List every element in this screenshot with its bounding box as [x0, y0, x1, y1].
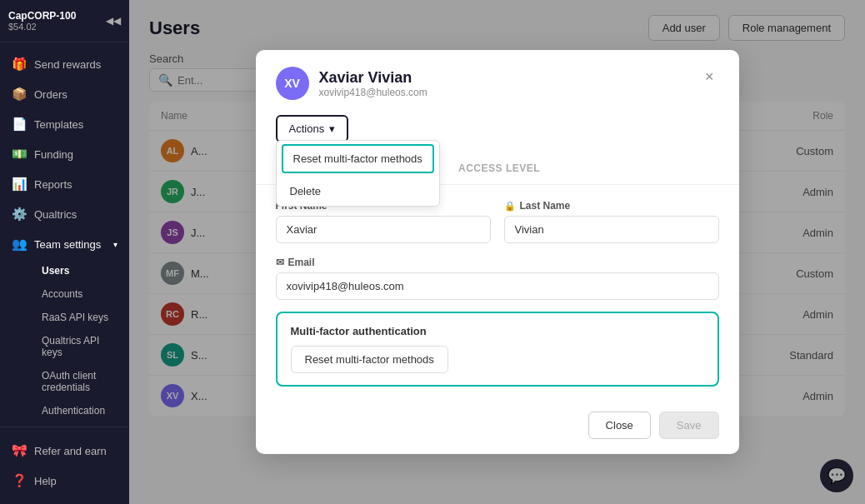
- modal-footer: Close Save: [256, 402, 739, 454]
- company-name: CapCORP-100: [8, 10, 76, 22]
- company-price: $54.02: [8, 22, 76, 32]
- help-icon: ❓: [12, 473, 28, 488]
- sidebar-item-label: Funding: [34, 148, 73, 161]
- email-label: ✉ Email: [276, 257, 719, 268]
- sidebar-item-funding[interactable]: 💵 Funding: [0, 139, 129, 169]
- sidebar-item-help[interactable]: ❓ Help: [0, 466, 129, 496]
- modal-footer-close-button[interactable]: Close: [588, 412, 651, 439]
- chevron-down-icon: ▾: [329, 122, 335, 135]
- sidebar-item-label: Help: [34, 475, 57, 487]
- company-logo: CapCORP-100 $54.02: [8, 10, 76, 32]
- actions-label: Actions: [289, 122, 325, 135]
- sidebar-item-label: Send rewards: [34, 58, 101, 71]
- sidebar-item-label: Refer and earn: [34, 445, 107, 457]
- last-name-label: 🔒 Last Name: [504, 200, 719, 212]
- actions-button[interactable]: Actions ▾: [276, 115, 349, 142]
- sidebar-sub-item-oauth[interactable]: OAuth client credentials: [30, 364, 129, 399]
- sidebar-item-team-settings[interactable]: 👥 Team settings ▾: [0, 229, 129, 259]
- sidebar-item-qualtrics[interactable]: ⚙️ Qualtrics: [0, 199, 129, 229]
- actions-dropdown: Reset multi-factor methods Delete: [276, 140, 440, 207]
- sidebar-sub-item-qualtrics-api-keys[interactable]: Qualtrics API keys: [30, 329, 129, 364]
- modal-user-email: xovivip418@huleos.com: [319, 87, 428, 98]
- email-icon: ✉: [276, 257, 284, 268]
- user-modal: XV Xaviar Vivian xovivip418@huleos.com ×…: [256, 50, 739, 454]
- sidebar-item-label: Team settings: [34, 238, 101, 251]
- sidebar-item-refer-earn[interactable]: 🎀 Refer and earn: [0, 436, 129, 466]
- sidebar-sub-item-authentication[interactable]: Authentication: [30, 399, 129, 422]
- sidebar-header: CapCORP-100 $54.02 ◀◀: [0, 0, 129, 42]
- dropdown-item-reset-mfa[interactable]: Reset multi-factor methods: [282, 144, 434, 173]
- email-input[interactable]: [276, 272, 719, 300]
- modal-user-info: XV Xaviar Vivian xovivip418@huleos.com: [276, 67, 428, 100]
- actions-area: Actions ▾ Reset multi-factor methods Del…: [256, 108, 739, 142]
- funding-icon: 💵: [12, 147, 28, 162]
- sidebar-item-orders[interactable]: 📦 Orders: [0, 79, 129, 109]
- sidebar-item-label: Templates: [34, 118, 83, 131]
- reports-icon: 📊: [12, 177, 28, 192]
- refer-earn-icon: 🎀: [12, 443, 28, 458]
- gift-icon: 🎁: [12, 57, 28, 72]
- reset-mfa-button[interactable]: Reset multi-factor methods: [291, 346, 448, 373]
- main-content: Users Add user Role management Search 🔍 …: [129, 0, 865, 504]
- orders-icon: 📦: [12, 87, 28, 102]
- modal-header: XV Xaviar Vivian xovivip418@huleos.com ×: [256, 50, 739, 108]
- tab-access-level[interactable]: ACCESS LEVEL: [442, 154, 557, 184]
- sidebar-item-label: Qualtrics: [34, 208, 77, 221]
- mfa-title: Multi-factor authentication: [291, 325, 704, 337]
- templates-icon: 📄: [12, 117, 28, 132]
- team-settings-icon: 👥: [12, 237, 28, 252]
- modal-avatar: XV: [276, 67, 309, 100]
- mfa-section: Multi-factor authentication Reset multi-…: [276, 312, 719, 387]
- lock-icon: 🔒: [504, 201, 516, 212]
- last-name-input[interactable]: [504, 216, 719, 243]
- modal-user-name: Xaviar Vivian: [319, 69, 428, 87]
- email-group: ✉ Email: [276, 257, 719, 300]
- sidebar-item-reports[interactable]: 📊 Reports: [0, 169, 129, 199]
- sidebar-item-label: Reports: [34, 178, 72, 191]
- modal-body: First Name 🔒 Last Name ✉: [256, 185, 739, 402]
- modal-user-details: Xaviar Vivian xovivip418@huleos.com: [319, 69, 428, 98]
- sidebar-item-send-rewards[interactable]: 🎁 Send rewards: [0, 49, 129, 79]
- sidebar-collapse-icon[interactable]: ◀◀: [106, 15, 121, 27]
- sidebar-item-label: Orders: [34, 88, 68, 101]
- modal-save-button[interactable]: Save: [659, 412, 719, 439]
- modal-close-button[interactable]: ×: [700, 67, 719, 87]
- sidebar-sub-menu: Users Accounts RaaS API keys Qualtrics A…: [0, 259, 129, 422]
- sidebar-nav: 🎁 Send rewards 📦 Orders 📄 Templates 💵 Fu…: [0, 42, 129, 427]
- dropdown-item-delete[interactable]: Delete: [277, 177, 439, 206]
- qualtrics-icon: ⚙️: [12, 207, 28, 222]
- sidebar-sub-item-users[interactable]: Users: [30, 259, 129, 282]
- modal-overlay: XV Xaviar Vivian xovivip418@huleos.com ×…: [129, 0, 865, 504]
- first-name-input[interactable]: [276, 216, 491, 243]
- chevron-icon: ▾: [113, 240, 118, 249]
- last-name-group: 🔒 Last Name: [504, 200, 719, 243]
- sidebar-sub-item-raas-api-keys[interactable]: RaaS API keys: [30, 306, 129, 329]
- sidebar-item-templates[interactable]: 📄 Templates: [0, 109, 129, 139]
- sidebar: CapCORP-100 $54.02 ◀◀ 🎁 Send rewards 📦 O…: [0, 0, 129, 504]
- sidebar-sub-item-accounts[interactable]: Accounts: [30, 282, 129, 306]
- sidebar-footer: 🎀 Refer and earn ❓ Help: [0, 427, 129, 504]
